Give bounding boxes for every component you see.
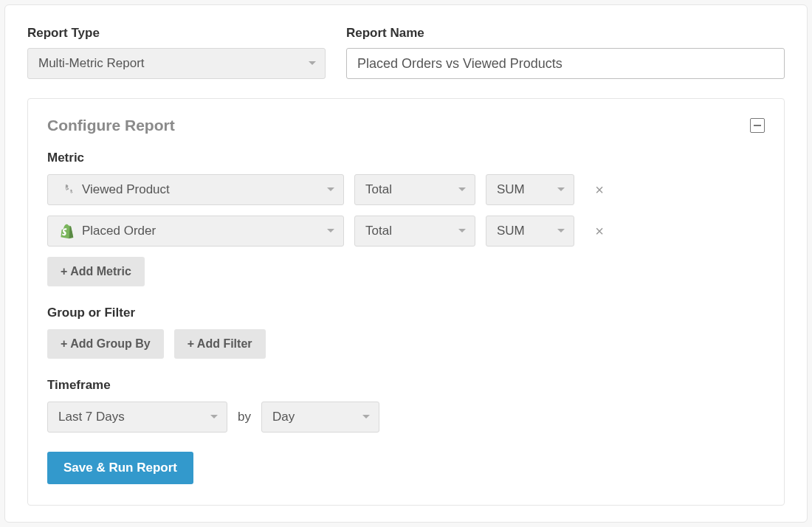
report-name-label: Report Name [346, 26, 785, 41]
remove-metric-icon[interactable]: × [591, 224, 608, 238]
function-value: SUM [497, 182, 525, 197]
collapse-icon[interactable] [750, 118, 765, 133]
chevron-down-icon [458, 187, 466, 192]
function-select[interactable]: SUM [486, 216, 574, 247]
function-value: SUM [497, 224, 525, 238]
report-type-label: Report Type [27, 26, 326, 41]
function-select[interactable]: SUM [486, 174, 574, 205]
interval-value: Day [272, 410, 295, 424]
timeframe-value: Last 7 Days [58, 410, 125, 424]
timeframe-label: Timeframe [47, 378, 765, 393]
chevron-down-icon [557, 229, 565, 233]
chevron-down-icon [327, 229, 334, 233]
gears-icon [57, 182, 78, 197]
metric-section: Metric Viewed Product Total [47, 151, 765, 286]
metric-label: Metric [47, 151, 765, 165]
aggregation-select[interactable]: Total [354, 216, 475, 247]
chevron-down-icon [210, 415, 218, 419]
group-filter-label: Group or Filter [47, 306, 765, 320]
metric-row: Viewed Product Total SUM [47, 174, 765, 205]
report-name-input[interactable] [346, 48, 785, 79]
metric-name: Viewed Product [82, 182, 321, 197]
add-filter-button[interactable]: + Add Filter [174, 329, 266, 359]
configure-report-panel: Configure Report Metric Viewed Product T… [27, 98, 785, 506]
metric-select[interactable]: Viewed Product [47, 174, 344, 205]
chevron-down-icon [458, 229, 466, 233]
metric-name: Placed Order [82, 224, 321, 238]
interval-select[interactable]: Day [261, 402, 379, 433]
chevron-down-icon [309, 61, 316, 66]
timeframe-select[interactable]: Last 7 Days [47, 402, 227, 433]
configure-report-title: Configure Report [47, 117, 175, 134]
add-group-by-button[interactable]: + Add Group By [47, 329, 164, 359]
report-builder-card: Report Type Multi-Metric Report Report N… [4, 4, 808, 523]
chevron-down-icon [362, 415, 370, 419]
aggregation-select[interactable]: Total [354, 174, 475, 205]
shopify-icon [57, 223, 78, 239]
chevron-down-icon [557, 187, 565, 192]
group-filter-section: Group or Filter + Add Group By + Add Fil… [47, 306, 765, 359]
timeframe-section: Timeframe Last 7 Days by Day [47, 378, 765, 433]
aggregation-value: Total [365, 224, 392, 238]
report-type-select[interactable]: Multi-Metric Report [27, 48, 326, 79]
remove-metric-icon[interactable]: × [591, 182, 608, 197]
chevron-down-icon [327, 187, 334, 192]
metric-select[interactable]: Placed Order [47, 216, 344, 247]
report-type-value: Multi-Metric Report [38, 56, 145, 71]
metric-row: Placed Order Total SUM [47, 216, 765, 247]
top-row: Report Type Multi-Metric Report Report N… [27, 26, 785, 79]
by-label: by [238, 410, 251, 424]
aggregation-value: Total [365, 182, 392, 197]
save-run-report-button[interactable]: Save & Run Report [47, 452, 193, 484]
add-metric-button[interactable]: + Add Metric [47, 257, 145, 286]
